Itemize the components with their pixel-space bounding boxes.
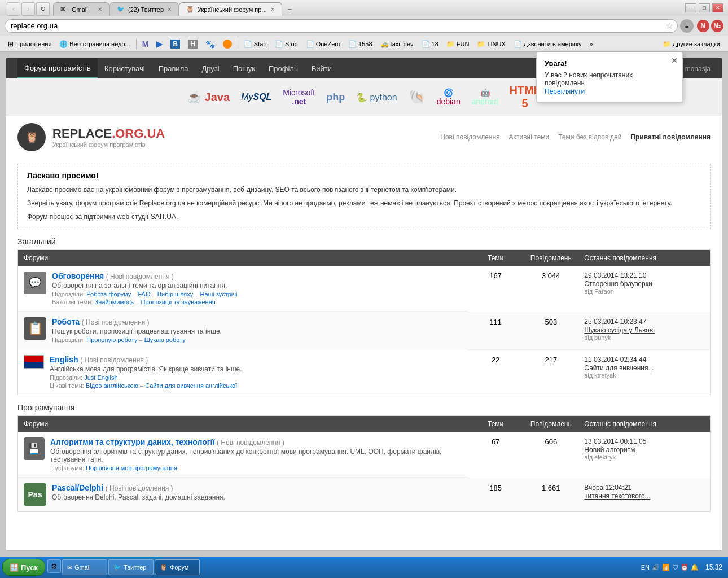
bookmark-other[interactable]: 📁 Другие закладки bbox=[659, 38, 723, 50]
bookmark-18[interactable]: 📄 18 bbox=[418, 38, 442, 50]
taskbar-item-forum[interactable]: 🦉 Форум bbox=[155, 559, 200, 575]
bookmark-orange[interactable] bbox=[220, 38, 235, 50]
bookmark-more[interactable]: » bbox=[586, 38, 596, 50]
nav-forum[interactable]: Форум програмістів bbox=[17, 58, 98, 78]
address-input[interactable] bbox=[5, 19, 678, 33]
new-tab-button[interactable]: + bbox=[283, 2, 297, 16]
bookmark-fun[interactable]: 📁 FUN bbox=[443, 38, 473, 50]
back-button[interactable]: ‹ bbox=[7, 2, 20, 16]
taskbar-item-gmail[interactable]: ✉ Gmail bbox=[62, 559, 107, 575]
language-indicator: EN bbox=[641, 564, 650, 571]
pascal-last-date: Вчора 12:04:21 bbox=[584, 484, 704, 492]
algo-topics: 67 bbox=[468, 432, 523, 478]
sub-offer-link[interactable]: Пропоную роботу bbox=[86, 336, 137, 343]
discussion-last-link[interactable]: Створення браузерки bbox=[584, 280, 652, 288]
bookmark-start[interactable]: 📄 Start bbox=[240, 38, 270, 50]
maximize-button[interactable]: □ bbox=[699, 3, 710, 12]
nav-search[interactable]: Пошук bbox=[226, 58, 262, 78]
nav-rules[interactable]: Правила bbox=[152, 58, 195, 78]
imp-know-link[interactable]: Знайомимось bbox=[95, 299, 134, 305]
private-messages-link[interactable]: Приватні повідомлення bbox=[630, 133, 711, 141]
sub-meet-link[interactable]: Наші зустрічі bbox=[200, 291, 238, 297]
sub-seek-link[interactable]: Шукаю роботу bbox=[144, 336, 186, 343]
bookmark-taxi[interactable]: 🚕 taxi_dev bbox=[377, 38, 417, 50]
unanswered-topics-link[interactable]: Теми без відповідей bbox=[558, 133, 621, 141]
forward-button[interactable]: › bbox=[21, 2, 35, 16]
work-desc: Пошук роботи, пропозиції працевлаштуванн… bbox=[52, 327, 222, 335]
sub-way-link[interactable]: Вибір шляху bbox=[157, 291, 194, 297]
gmail-icon[interactable]: M bbox=[697, 20, 709, 32]
english-last-link[interactable]: Сайти для вивчення... bbox=[584, 364, 654, 372]
bookmark-webpage[interactable]: 🌐 Веб-страница недо... bbox=[56, 38, 133, 50]
chrome-menu-icon[interactable]: ≡ bbox=[680, 19, 694, 33]
nav-friends[interactable]: Друзі bbox=[195, 58, 226, 78]
sound-icon[interactable]: 🔊 bbox=[652, 564, 660, 571]
bookmark-h[interactable]: H bbox=[185, 38, 201, 50]
bookmark-stop[interactable]: 📄 Stop bbox=[271, 38, 301, 50]
pascal-info: Pascal/Delphi ( Нові повідомлення ) Обго… bbox=[52, 483, 225, 501]
bookmark-vs-icon[interactable]: M bbox=[139, 38, 152, 50]
taskbar-item-twitter[interactable]: 🐦 Твиттер bbox=[108, 559, 154, 575]
close-button[interactable]: ✕ bbox=[712, 3, 723, 12]
tab-twitter-close[interactable]: ✕ bbox=[167, 6, 172, 12]
algo-last-link[interactable]: Новий алгоритм bbox=[584, 446, 635, 454]
pascal-link[interactable]: Pascal/Delphi bbox=[52, 483, 103, 492]
bookmark-linux[interactable]: 📁 LINUX bbox=[473, 38, 508, 50]
sub-compare-link[interactable]: Порівняння мов програмування bbox=[86, 465, 177, 471]
notification-popup: Увага! У вас 2 нових непрочитаних повідо… bbox=[536, 52, 683, 103]
site-slogan: Український форум програмістів bbox=[52, 141, 165, 148]
algo-link[interactable]: Алгоритми та структури даних, технології bbox=[50, 437, 214, 446]
imp-prop-link[interactable]: Пропозиції та зауваження bbox=[141, 299, 216, 305]
bookmark-taxi-label: taxi_dev bbox=[391, 41, 414, 47]
new-messages-link[interactable]: Нові повідомлення bbox=[440, 133, 499, 141]
gmail-favicon: ✉ bbox=[60, 6, 68, 14]
tab-gmail[interactable]: ✉ Gmail ✕ bbox=[53, 2, 109, 16]
minimize-button[interactable]: ─ bbox=[685, 3, 696, 12]
taskbar-system-icon[interactable]: ⚙ bbox=[47, 559, 61, 573]
pascal-new: ( Нові повідомлення ) bbox=[106, 484, 173, 492]
english-link[interactable]: English bbox=[50, 355, 78, 364]
bookmark-call[interactable]: 📄 Дзвонити в америку bbox=[510, 38, 585, 50]
tab-forum-close[interactable]: ✕ bbox=[270, 6, 275, 12]
bookmark-blue1[interactable]: ▶ bbox=[153, 38, 166, 50]
start-button[interactable]: 🪟 Пуск bbox=[2, 559, 45, 576]
network-icon[interactable]: 📶 bbox=[662, 564, 670, 571]
work-last-link[interactable]: Шукаю сусіда у Львові bbox=[584, 326, 654, 334]
bookmark-1558[interactable]: 📄 1558 bbox=[345, 38, 375, 50]
php-logo-text: php bbox=[326, 91, 345, 103]
reload-button[interactable]: ↻ bbox=[36, 2, 50, 16]
nav-logout[interactable]: Вийти bbox=[305, 58, 339, 78]
call-icon: 📄 bbox=[514, 40, 522, 48]
work-posts: 503 bbox=[523, 312, 578, 349]
nav-profile[interactable]: Профіль bbox=[262, 58, 305, 78]
taskbar-gmail-label: Gmail bbox=[74, 564, 91, 571]
algo-last-date: 13.03.2014 00:11:05 bbox=[584, 437, 704, 445]
notifications-icon[interactable]: 🔔 bbox=[691, 564, 699, 571]
tab-gmail-close[interactable]: ✕ bbox=[98, 6, 102, 12]
tab-twitter[interactable]: 🐦 (22) Твиттер ✕ bbox=[109, 2, 179, 16]
english-new: ( Нові повідомлення ) bbox=[80, 356, 148, 364]
imp-video-link[interactable]: Відео англійською bbox=[86, 382, 138, 389]
pascal-last-link[interactable]: читання текстового... bbox=[584, 492, 650, 500]
discussion-link[interactable]: Обговорення bbox=[52, 272, 104, 281]
sub-just-english-link[interactable]: Just English bbox=[84, 374, 117, 381]
sub-faq-link[interactable]: FAQ bbox=[138, 291, 150, 297]
notification-link[interactable]: Переглянути bbox=[545, 87, 585, 95]
nav-users[interactable]: Користувачі bbox=[98, 58, 152, 78]
tab-forum[interactable]: 🦉 Український форум пр... ✕ bbox=[179, 2, 282, 16]
java-logo-text: ☕ Java bbox=[187, 90, 230, 104]
bookmark-star-icon[interactable]: ☆ bbox=[665, 20, 673, 31]
notification-icon[interactable]: M₂ bbox=[711, 20, 723, 32]
sub-robot-link[interactable]: Робота форуму bbox=[86, 291, 131, 297]
bookmark-paw[interactable]: 🐾 bbox=[202, 38, 218, 50]
work-link[interactable]: Робота bbox=[52, 317, 80, 326]
notification-close-button[interactable]: ✕ bbox=[671, 56, 678, 65]
imp-sites-link[interactable]: Сайти для вивчення англійської bbox=[145, 382, 237, 389]
active-topics-link[interactable]: Активні теми bbox=[509, 133, 550, 141]
bookmark-apps[interactable]: ⊞ Приложения bbox=[5, 38, 55, 50]
welcome-box: Ласкаво просимо! Ласкаво просимо вас на … bbox=[17, 164, 711, 229]
bookmark-onezero[interactable]: 📄 OneZero bbox=[302, 38, 344, 50]
bookmark-b[interactable]: B bbox=[167, 38, 183, 50]
taskbar-items: ⚙ ✉ Gmail 🐦 Твиттер 🦉 Форум bbox=[47, 559, 638, 575]
taskbar-twitter-label: Твиттер bbox=[124, 564, 146, 571]
